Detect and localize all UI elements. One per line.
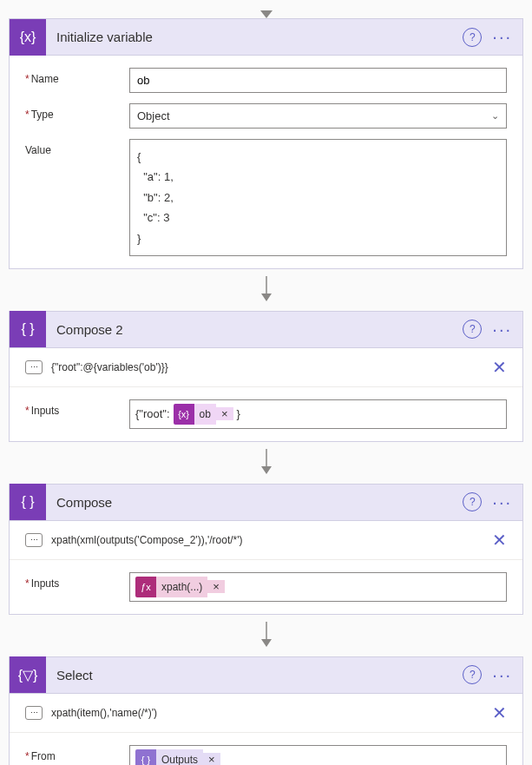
help-icon[interactable]: ? [463, 492, 482, 511]
outputs-token-icon: { } [135, 749, 156, 765]
expression-peek: ⋯ xpath(xml(outputs('Compose_2')),'/root… [10, 521, 522, 560]
action-initialize-variable: {x} Initialize variable ? ··· Name Type … [9, 18, 523, 269]
speech-icon: ⋯ [25, 533, 43, 547]
action-header[interactable]: { } Compose 2 ? ··· [10, 312, 522, 348]
action-title: Initialize variable [46, 30, 463, 44]
inputs-label: Inputs [25, 572, 129, 590]
action-header[interactable]: {▽} Select ? ··· [10, 657, 522, 694]
variable-token[interactable]: {x} ob × [174, 404, 233, 425]
close-icon[interactable]: ✕ [492, 357, 507, 378]
name-label: Name [25, 68, 129, 85]
inputs-field[interactable]: {"root": {x} ob × } [129, 399, 507, 429]
expression-text: xpath(item(),'name(/*)') [51, 707, 492, 719]
variable-token-label: ob [194, 404, 216, 425]
token-remove-icon[interactable]: × [207, 580, 225, 593]
help-icon[interactable]: ? [463, 28, 482, 47]
menu-icon[interactable]: ··· [492, 665, 512, 685]
svg-marker-2 [261, 293, 272, 301]
expression-text: {"root":@{variables('ob')}} [51, 361, 492, 373]
token-remove-icon[interactable]: × [203, 753, 220, 765]
variable-token-icon: {x} [174, 404, 194, 425]
outputs-token-label: Outputs [156, 749, 203, 765]
inputs-suffix: } [237, 407, 240, 420]
inputs-field[interactable]: ƒx xpath(...) × [129, 572, 507, 602]
select-icon: {▽} [10, 656, 46, 693]
chevron-down-icon: ⌄ [491, 110, 499, 122]
inputs-label: Inputs [25, 399, 129, 417]
type-select[interactable]: Object ⌄ [129, 103, 507, 129]
speech-icon: ⋯ [25, 360, 43, 374]
help-icon[interactable]: ? [463, 320, 482, 339]
fx-token[interactable]: ƒx xpath(...) × [135, 577, 225, 597]
action-title: Select [46, 668, 463, 683]
connector-arrow [9, 622, 523, 648]
value-label: Value [25, 139, 129, 156]
type-label: Type [25, 103, 129, 121]
from-field[interactable]: { } Outputs × [129, 745, 507, 765]
name-input[interactable] [129, 68, 507, 93]
outputs-token[interactable]: { } Outputs × [135, 749, 220, 765]
menu-icon[interactable]: ··· [492, 27, 512, 47]
expression-peek: ⋯ xpath(item(),'name(/*)') ✕ [10, 694, 522, 733]
variable-icon: {x} [10, 19, 46, 56]
token-remove-icon[interactable]: × [216, 407, 233, 420]
svg-marker-6 [261, 639, 272, 647]
connector-arrow [9, 449, 523, 475]
action-title: Compose [46, 495, 463, 510]
expression-peek: ⋯ {"root":@{variables('ob')}} ✕ [10, 348, 522, 387]
action-compose: { } Compose ? ··· ⋯ xpath(xml(outputs('C… [9, 484, 523, 615]
inputs-prefix: {"root": [135, 407, 170, 420]
svg-marker-4 [261, 466, 272, 474]
from-label: From [25, 745, 129, 762]
action-select: {▽} Select ? ··· ⋯ xpath(item(),'name(/*… [9, 656, 523, 765]
type-value: Object [137, 109, 170, 122]
svg-marker-0 [260, 10, 273, 18]
compose-icon: { } [10, 484, 46, 520]
fx-token-label: xpath(...) [156, 577, 207, 597]
action-header[interactable]: {x} Initialize variable ? ··· [10, 19, 522, 56]
menu-icon[interactable]: ··· [492, 320, 512, 340]
connector-arrow [9, 276, 523, 302]
close-icon[interactable]: ✕ [492, 702, 507, 723]
close-icon[interactable]: ✕ [492, 530, 507, 551]
help-icon[interactable]: ? [463, 665, 482, 684]
fx-icon: ƒx [135, 577, 156, 597]
compose-icon: { } [10, 311, 46, 347]
action-compose-2: { } Compose 2 ? ··· ⋯ {"root":@{variable… [9, 311, 523, 442]
action-header[interactable]: { } Compose ? ··· [10, 485, 522, 521]
speech-icon: ⋯ [25, 706, 43, 720]
value-textarea[interactable]: { "a": 1, "b": 2, "c": 3 } [129, 139, 507, 256]
menu-icon[interactable]: ··· [492, 492, 512, 512]
expression-text: xpath(xml(outputs('Compose_2')),'/root/*… [51, 534, 492, 546]
action-title: Compose 2 [46, 322, 463, 337]
